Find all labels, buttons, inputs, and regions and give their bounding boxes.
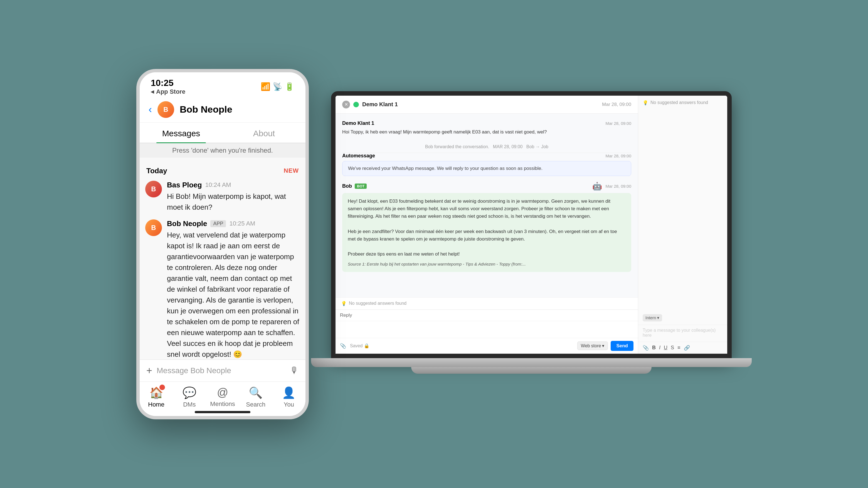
intern-chevron-icon: ▾: [657, 315, 659, 320]
search-icon: 🔍: [249, 386, 262, 399]
add-attachment-icon[interactable]: +: [146, 365, 152, 377]
bot-sender: Bob: [342, 183, 352, 189]
messages-area: Demo Klant 1 Mar 28, 09:00 Hoi Toppy, ik…: [336, 114, 638, 297]
app-badge: APP: [210, 220, 226, 227]
nav-you[interactable]: 👤 You: [272, 386, 306, 408]
nav-dms[interactable]: 💬 DMs: [173, 386, 206, 408]
reply-input[interactable]: [336, 321, 638, 338]
bot-date: Mar 28, 09:00: [606, 184, 631, 189]
signal-icon: 📶: [261, 82, 271, 91]
send-button[interactable]: Send: [611, 341, 633, 351]
customer-sender: Demo Klant 1: [342, 121, 374, 126]
intern-placeholder[interactable]: Type a message to your colleague(s) here: [638, 325, 727, 342]
chevron-down-icon: ▾: [602, 343, 604, 349]
wifi-icon: 📡: [273, 82, 282, 91]
bob-message-text: Hey, wat vervelend dat je waterpomp kapo…: [167, 230, 300, 360]
link-icon[interactable]: 🔗: [684, 345, 690, 351]
robot-icon: 🤖: [592, 182, 602, 191]
message-bob: B Bob Neople APP 10:25 AM Hey, wat verve…: [145, 219, 300, 360]
auto-date: Mar 28, 09:00: [606, 154, 631, 158]
bold-icon[interactable]: B: [652, 345, 656, 351]
nav-search-label: Search: [246, 401, 266, 408]
suggested-answers-bar: 💡 No suggested answers found: [336, 297, 638, 310]
home-notification-badge: [159, 385, 165, 390]
suggestions-icon: 💡: [341, 301, 347, 306]
italic-icon[interactable]: I: [659, 345, 660, 351]
list-icon[interactable]: ≡: [677, 345, 681, 351]
contact-name: Bob Neople: [180, 104, 232, 115]
laptop-base: [311, 358, 752, 367]
bas-name: Bas Ploeg: [167, 181, 202, 189]
saved-label: Saved 🔒: [350, 343, 369, 349]
status-icons: 📶 📡 🔋: [261, 82, 294, 91]
day-separator: Today NEW: [145, 164, 300, 181]
attachment-icon[interactable]: 📎: [340, 343, 346, 349]
home-indicator: [140, 411, 306, 416]
intern-panel: 💡 No suggested answers found Intern ▾: [638, 96, 727, 354]
bob-avatar: B: [145, 219, 162, 236]
phone-tabs: Messages About: [140, 123, 306, 143]
nav-dms-label: DMs: [183, 401, 195, 408]
customer-name: Demo Klant 1: [362, 101, 398, 108]
intern-toolbar: 📎 B I U S ≡ 🔗: [638, 342, 727, 354]
reply-area: Reply 📎 Saved: [336, 310, 638, 354]
back-button[interactable]: ‹: [149, 104, 152, 116]
intern-input-area: Intern ▾: [638, 311, 727, 325]
intern-suggested-answers: 💡 No suggested answers found: [643, 100, 723, 105]
bas-message-content: Bas Ploeg 10:24 AM Hi Bob! Mijn waterpom…: [167, 181, 300, 213]
nav-mentions[interactable]: @ Mentions: [206, 386, 239, 408]
mentions-icon: @: [217, 386, 228, 399]
customer-header: ✕ Demo Klant 1 Mar 28, 09:00: [336, 96, 638, 114]
back-arrow-small: ◂: [151, 88, 154, 95]
chat-main: ✕ Demo Klant 1 Mar 28, 09:00: [336, 96, 727, 354]
phone-banner: Press 'done' when you're finished.: [140, 143, 306, 158]
underline-icon[interactable]: U: [664, 345, 668, 351]
channel-selector[interactable]: Web store ▾: [577, 341, 608, 350]
auto-sender: Automessage: [342, 153, 375, 159]
reply-toolbar: 📎 Saved 🔒 Web store: [336, 338, 638, 354]
phone-chat-header: ‹ B Bob Neople: [140, 97, 306, 123]
phone-chat-area: Today NEW B Bas Ploeg 10:24 AM Hi Bob! M…: [140, 158, 306, 360]
status-time: 10:25: [151, 78, 185, 88]
customer-msg-date: Mar 28, 09:00: [606, 121, 631, 126]
bob-name: Bob Neople: [167, 219, 207, 228]
bob-time: 10:25 AM: [229, 220, 255, 227]
bot-source: Source 1: Eerste hulp bij het opstarten …: [348, 261, 626, 267]
auto-message: Automessage Mar 28, 09:00 We've received…: [342, 153, 631, 176]
intern-badge: Intern ▾: [643, 314, 662, 321]
intern-messages-area: 💡 No suggested answers found: [638, 96, 727, 311]
intern-suggestions-icon: 💡: [643, 100, 648, 105]
bas-avatar: B: [145, 181, 162, 197]
nav-home-label: Home: [148, 401, 164, 408]
online-indicator: [353, 102, 359, 107]
dms-icon: 💬: [183, 386, 196, 399]
bottom-nav: 🏠 Home 💬 DMs @ Mentions 🔍 Search 👤 You: [140, 382, 306, 411]
bot-badge: BOT: [355, 184, 367, 189]
customer-greeting-msg: Demo Klant 1 Mar 28, 09:00 Hoi Toppy, ik…: [342, 121, 631, 136]
close-conversation-icon[interactable]: ✕: [342, 101, 350, 108]
battery-icon: 🔋: [285, 82, 294, 91]
phone-input-bar: + Message Bob Neople 🎙: [140, 360, 306, 382]
contact-avatar: B: [157, 101, 174, 118]
day-label-text: Today: [146, 167, 167, 175]
status-bar: 10:25 ◂ App Store 📶 📡 🔋: [140, 72, 306, 97]
home-icon: 🏠: [149, 386, 163, 399]
microphone-icon[interactable]: 🎙: [290, 365, 299, 376]
laptop-screen: ✕ Demo Klant 1 Mar 28, 09:00: [331, 91, 732, 358]
chat-application: ✕ Demo Klant 1 Mar 28, 09:00: [336, 96, 727, 354]
reply-label: Reply: [340, 313, 352, 318]
tab-about[interactable]: About: [223, 123, 306, 143]
message-input[interactable]: Message Bob Neople: [157, 366, 285, 375]
primary-chat-panel: ✕ Demo Klant 1 Mar 28, 09:00: [336, 96, 638, 354]
nav-home[interactable]: 🏠 Home: [140, 386, 173, 408]
strikethrough-icon[interactable]: S: [671, 345, 674, 351]
auto-text: We've received your WhatsApp message. We…: [342, 161, 631, 176]
chat-interface: ✕ Demo Klant 1 Mar 28, 09:00: [336, 96, 727, 354]
laptop-foot: [411, 367, 652, 374]
customer-msg-text: Hoi Toppy, ik heb een vraag! Mijn warmte…: [342, 128, 631, 136]
intern-attachment-icon[interactable]: 📎: [643, 345, 649, 351]
nav-search[interactable]: 🔍 Search: [239, 386, 272, 408]
bot-text: Hey! Dat klopt, een E03 foutmelding bete…: [342, 193, 631, 272]
customer-timestamp: Mar 28, 09:00: [602, 102, 631, 107]
tab-messages[interactable]: Messages: [140, 123, 223, 143]
